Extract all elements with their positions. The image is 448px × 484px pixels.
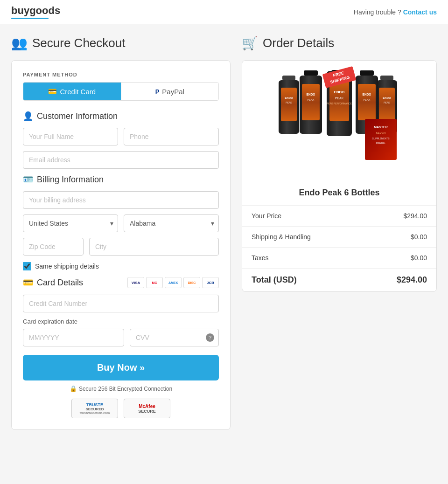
- card-number-input[interactable]: [23, 295, 219, 312]
- trouble-text: Having trouble ?: [354, 8, 401, 16]
- order-details-title: 🛒 Order Details: [242, 35, 437, 51]
- amex-icon: AMEX: [165, 277, 182, 288]
- left-panel: 👥 Secure Checkout PAYMENT METHOD 💳 Credi…: [11, 35, 231, 430]
- credit-card-tab-icon: 💳: [48, 87, 57, 96]
- svg-rect-17: [358, 84, 376, 120]
- svg-text:PEAK PERFORMANCE: PEAK PERFORMANCE: [327, 102, 352, 105]
- address-row: [23, 191, 219, 209]
- city-input[interactable]: [89, 238, 219, 256]
- expiry-label: Card expiration date: [23, 318, 219, 325]
- logo-buy: buy: [11, 5, 29, 16]
- svg-rect-10: [304, 70, 318, 76]
- svg-text:PEAK: PEAK: [364, 98, 371, 101]
- price-row: Your Price $294.00: [242, 206, 436, 227]
- zip-city-row: [23, 238, 219, 256]
- svg-text:PEAK: PEAK: [335, 97, 344, 100]
- taxes-label: Taxes: [252, 254, 269, 262]
- svg-text:ENDO: ENDO: [285, 97, 293, 99]
- credit-card-tab-label: Credit Card: [60, 88, 96, 96]
- product-name: Endo Peak 6 Bottles: [242, 183, 436, 206]
- price-value: $294.00: [403, 212, 427, 220]
- payment-tabs: 💳 Credit Card P PayPal: [23, 82, 219, 101]
- zip-input[interactable]: [23, 238, 84, 256]
- name-phone-row: [23, 128, 219, 145]
- logo-goods: goods: [29, 5, 60, 16]
- svg-rect-15: [360, 70, 374, 76]
- mastercard-icon: MC: [146, 277, 163, 288]
- svg-rect-0: [282, 76, 295, 80]
- right-panel: 🛒 Order Details FREESHIPPING: [242, 35, 437, 430]
- visa-icon: VISA: [127, 277, 144, 288]
- svg-rect-2: [281, 88, 297, 121]
- total-row: Total (USD) $294.00: [242, 269, 436, 291]
- same-shipping-row: Same shipping details: [23, 262, 219, 270]
- same-shipping-checkbox[interactable]: [23, 262, 31, 270]
- state-select[interactable]: Alabama Alaska Arizona California Florid…: [124, 214, 219, 232]
- card-icons: VISA MC AMEX DISC JCB: [127, 277, 219, 288]
- main-container: 👥 Secure Checkout PAYMENT METHOD 💳 Credi…: [0, 24, 448, 441]
- total-label: Total (USD): [252, 275, 297, 285]
- product-visual: FREESHIPPING ENDO PEAK: [260, 70, 419, 173]
- product-image-container: FREESHIPPING ENDO PEAK: [242, 61, 436, 183]
- paypal-icon: P: [155, 88, 160, 95]
- header-trouble: Having trouble ? Contact us: [354, 8, 437, 16]
- svg-text:ENDO: ENDO: [334, 90, 344, 94]
- customer-section-title: 👤 Customer Information: [23, 111, 219, 121]
- logo-underline: [11, 18, 49, 19]
- svg-text:ENDO: ENDO: [383, 97, 391, 99]
- svg-text:ENDO: ENDO: [363, 93, 371, 96]
- jcb-icon: JCB: [202, 277, 219, 288]
- total-value: $294.00: [397, 275, 427, 285]
- contact-link[interactable]: Contact us: [403, 8, 437, 16]
- taxes-value: $0.00: [411, 254, 427, 262]
- shipping-value: $0.00: [411, 233, 427, 241]
- checkout-title: 👥 Secure Checkout: [11, 35, 231, 51]
- trust-badges: TRUSTE SECURED trustvalidation.com McAfe…: [23, 399, 219, 418]
- email-input[interactable]: [23, 151, 219, 169]
- truste-badge: TRUSTE SECURED trustvalidation.com: [71, 399, 118, 418]
- person-icon: 👤: [23, 111, 33, 121]
- billing-section-title: 🪪 Billing Information: [23, 174, 219, 185]
- svg-text:SEVEN: SEVEN: [376, 131, 385, 134]
- expiry-cvv-row: ?: [23, 329, 219, 346]
- email-row: [23, 151, 219, 169]
- svg-text:MASTER: MASTER: [374, 125, 388, 129]
- secure-note: 🔒 Secure 256 Bit Encrypted Connection: [23, 385, 219, 392]
- shipping-label: Shipping & Handling: [252, 233, 311, 241]
- country-select[interactable]: United States Canada United Kingdom: [23, 214, 118, 232]
- tab-credit-card[interactable]: 💳 Credit Card: [23, 83, 121, 100]
- svg-text:MANUAL: MANUAL: [376, 142, 386, 145]
- country-state-row: United States Canada United Kingdom Alab…: [23, 214, 219, 232]
- product-bottles-svg: ENDO PEAK ENDO PEAK: [260, 70, 419, 173]
- state-wrapper: Alabama Alaska Arizona California Florid…: [124, 214, 219, 232]
- checkout-card: PAYMENT METHOD 💳 Credit Card P PayPal 👤 …: [11, 60, 231, 430]
- payment-method-label: PAYMENT METHOD: [23, 72, 219, 77]
- buy-now-button[interactable]: Buy Now »: [23, 355, 219, 380]
- card-number-row: [23, 295, 219, 312]
- taxes-row: Taxes $0.00: [242, 248, 436, 269]
- svg-text:PEAK: PEAK: [384, 101, 390, 104]
- cvv-help-icon[interactable]: ?: [206, 333, 214, 342]
- card-details-title: 💳 Card Details: [23, 277, 83, 288]
- svg-rect-5: [380, 76, 393, 80]
- tab-paypal[interactable]: P PayPal: [121, 83, 219, 100]
- billing-icon: 🪪: [23, 174, 33, 185]
- shipping-row: Shipping & Handling $0.00: [242, 227, 436, 248]
- full-name-input[interactable]: [23, 128, 118, 145]
- logo: buygoods: [11, 5, 60, 19]
- price-label: Your Price: [252, 212, 281, 220]
- expiry-input[interactable]: [23, 329, 124, 346]
- secure-checkout-icon: 👥: [11, 35, 28, 51]
- lock-icon: 🔒: [70, 385, 77, 392]
- svg-text:PEAK: PEAK: [286, 101, 292, 104]
- same-shipping-label[interactable]: Same shipping details: [35, 263, 99, 270]
- svg-rect-12: [302, 84, 320, 120]
- svg-text:PEAK: PEAK: [308, 98, 315, 101]
- billing-address-input[interactable]: [23, 191, 219, 209]
- card-icon: 💳: [23, 277, 33, 288]
- discover-icon: DISC: [183, 277, 200, 288]
- cvv-wrapper: ?: [130, 329, 219, 346]
- phone-input[interactable]: [124, 128, 219, 145]
- header: buygoods Having trouble ? Contact us: [0, 0, 448, 24]
- svg-text:SUPPLEMENTS: SUPPLEMENTS: [372, 137, 390, 140]
